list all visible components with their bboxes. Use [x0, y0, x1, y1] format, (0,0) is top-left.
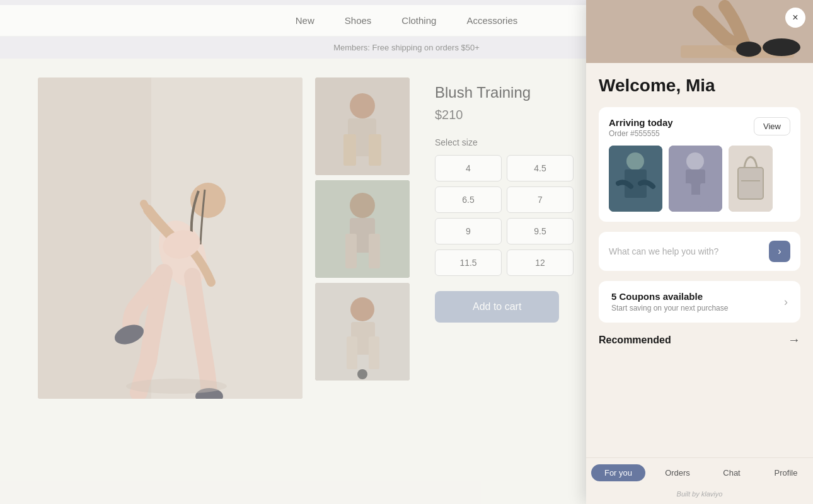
recommended-arrow-icon[interactable]: →	[788, 333, 800, 347]
svg-rect-35	[700, 183, 709, 207]
svg-rect-38	[741, 180, 760, 181]
svg-rect-12	[369, 134, 381, 166]
arriving-image-1	[609, 146, 662, 212]
size-grid: 4 4.5 6.5 7 9 9.5 11.5 12	[435, 155, 574, 276]
nav-shoes[interactable]: Shoes	[345, 15, 372, 26]
size-9-5[interactable]: 9.5	[507, 218, 574, 244]
svg-point-9	[350, 93, 375, 118]
panel-bottom-nav: For you Orders Chat Profile	[586, 457, 813, 486]
arriving-header: Arriving today Order #555555 View	[609, 117, 790, 138]
size-4[interactable]: 4	[435, 155, 502, 181]
svg-rect-34	[683, 183, 691, 207]
size-6-5[interactable]: 6.5	[435, 186, 502, 213]
svg-rect-22	[369, 336, 379, 369]
tab-orders[interactable]: Orders	[650, 464, 705, 481]
side-panel: × Welcome, Mia Arriving today Order #555…	[586, 0, 813, 504]
arriving-image-3	[729, 146, 773, 212]
svg-rect-17	[369, 234, 380, 268]
coupons-chevron-icon: ›	[784, 295, 788, 309]
tab-orders-label: Orders	[665, 468, 690, 478]
svg-point-19	[350, 297, 374, 321]
recommended-section: Recommended →	[599, 333, 800, 350]
svg-rect-16	[345, 234, 357, 268]
svg-rect-11	[343, 134, 356, 166]
coupons-card[interactable]: 5 Coupons available Start saving on your…	[599, 281, 800, 323]
tab-profile[interactable]: Profile	[759, 464, 813, 481]
tab-chat-label: Chat	[723, 468, 740, 478]
nav-new[interactable]: New	[296, 15, 314, 26]
arriving-view-button[interactable]: View	[754, 117, 790, 135]
tab-profile-label: Profile	[775, 468, 798, 478]
size-11-5[interactable]: 11.5	[435, 249, 502, 276]
product-image-svg	[38, 77, 303, 399]
size-9[interactable]: 9	[435, 218, 502, 244]
tab-for-you-label: For you	[604, 468, 632, 478]
add-to-cart-button[interactable]: Add to cart	[435, 291, 559, 323]
svg-point-27	[736, 42, 761, 57]
thumbnail-3[interactable]	[315, 283, 410, 381]
arriving-images	[609, 146, 790, 212]
svg-point-26	[763, 38, 800, 56]
recommended-label: Recommended	[599, 335, 671, 346]
built-by-label: Built by klaviyo	[586, 486, 813, 504]
panel-content: Welcome, Mia Arriving today Order #55555…	[586, 63, 813, 457]
welcome-title: Welcome, Mia	[599, 76, 800, 96]
nav-accessories[interactable]: Accessories	[466, 15, 517, 26]
svg-point-32	[686, 152, 704, 170]
svg-rect-37	[738, 168, 763, 199]
panel-header-image: ×	[586, 0, 813, 63]
tab-for-you[interactable]: For you	[591, 464, 645, 481]
coupons-title: 5 Coupons available	[611, 291, 728, 302]
arriving-label: Arriving today	[609, 117, 673, 128]
arriving-card: Arriving today Order #555555 View	[599, 107, 800, 222]
size-12[interactable]: 12	[507, 249, 574, 276]
chat-input-placeholder[interactable]: What can we help you with?	[609, 246, 718, 256]
svg-point-7	[126, 379, 227, 394]
svg-point-14	[350, 193, 375, 218]
tab-chat[interactable]: Chat	[705, 464, 759, 481]
svg-rect-1	[38, 77, 151, 399]
coupons-subtitle: Start saving on your next purchase	[611, 304, 728, 312]
chat-send-button[interactable]: ›	[769, 241, 790, 262]
chevron-right-icon: ›	[778, 246, 781, 257]
svg-point-23	[357, 369, 367, 379]
close-panel-button[interactable]: ×	[785, 8, 805, 28]
thumbnail-list	[315, 77, 410, 399]
svg-point-29	[626, 152, 644, 170]
thumbnail-2[interactable]	[315, 180, 410, 278]
size-7[interactable]: 7	[507, 186, 574, 213]
size-4-5[interactable]: 4.5	[507, 155, 574, 181]
thumbnail-1[interactable]	[315, 77, 410, 175]
main-product-image	[38, 77, 303, 399]
site-wrapper: New Shoes Clothing Accessories Members: …	[0, 0, 813, 504]
chat-input-area: What can we help you with? ›	[599, 232, 800, 271]
arriving-image-2	[669, 146, 722, 212]
svg-rect-21	[347, 336, 357, 369]
arriving-order: Order #555555	[609, 129, 673, 138]
nav-clothing[interactable]: Clothing	[401, 15, 436, 26]
